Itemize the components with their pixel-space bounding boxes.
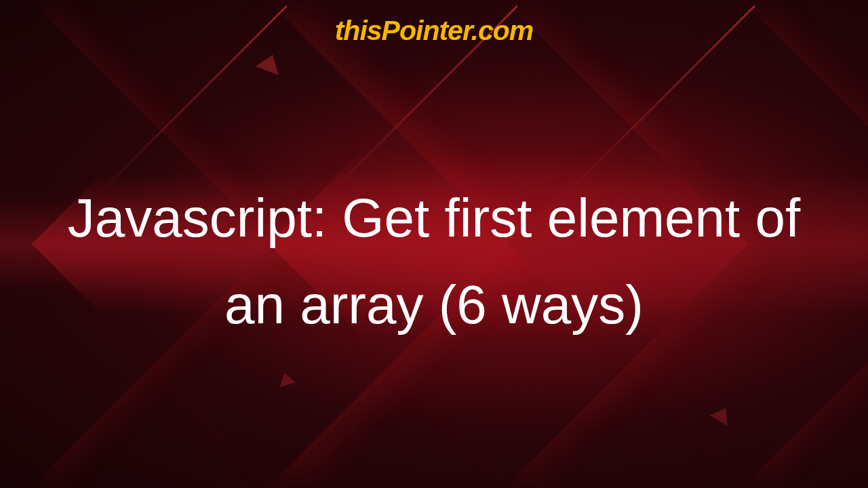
site-logo-text: thisPointer.com xyxy=(335,15,534,47)
article-title: Javascript: Get first element of an arra… xyxy=(43,175,825,348)
